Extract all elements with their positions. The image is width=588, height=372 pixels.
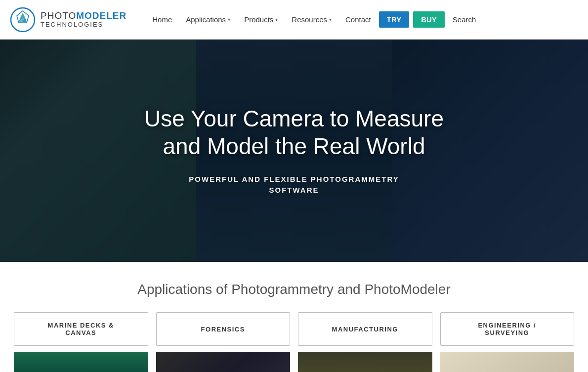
applications-title: Applications of Photogrammetry and Photo… [10, 282, 578, 297]
logo-icon [10, 7, 36, 33]
nav-contact[interactable]: Contact [339, 11, 377, 28]
engineering-label-button[interactable]: ENGINEERING /SURVEYING [440, 312, 575, 346]
hero-section: Use Your Camera to Measure and Model the… [0, 40, 588, 262]
app-card-manufacturing[interactable]: MANUFACTURING [294, 312, 436, 372]
applications-grid: MARINE DECKS &CANVAS FORENSICS MANUFACTU… [10, 312, 578, 372]
nav-products[interactable]: Products ▾ [238, 11, 284, 28]
nav-links: Home Applications ▾ Products ▾ Resources… [146, 11, 578, 28]
app-card-forensics[interactable]: FORENSICS [152, 312, 294, 372]
nav-resources[interactable]: Resources ▾ [286, 11, 337, 28]
applications-section: Applications of Photogrammetry and Photo… [0, 262, 588, 372]
nav-home[interactable]: Home [146, 11, 178, 28]
hero-content: Use Your Camera to Measure and Model the… [0, 40, 588, 262]
logo[interactable]: PHOTOMODELER TECHNOLOGIES [10, 7, 126, 33]
manufacturing-image [298, 352, 432, 372]
nav-applications[interactable]: Applications ▾ [180, 11, 236, 28]
navbar: PHOTOMODELER TECHNOLOGIES Home Applicati… [0, 0, 588, 40]
forensics-image [156, 352, 291, 372]
logo-text: PHOTOMODELER TECHNOLOGIES [41, 11, 126, 28]
try-button[interactable]: TRY [379, 11, 409, 28]
app-card-marine[interactable]: MARINE DECKS &CANVAS [10, 312, 152, 372]
hero-subtitle: POWERFUL AND FLEXIBLE PHOTOGRAMMETRYSOFT… [189, 174, 399, 196]
app-card-engineering[interactable]: ENGINEERING /SURVEYING R Revain [436, 312, 579, 372]
marine-image [14, 352, 148, 372]
marine-label-button[interactable]: MARINE DECKS &CANVAS [14, 312, 148, 346]
hero-title: Use Your Camera to Measure and Model the… [144, 105, 444, 160]
forensics-label-button[interactable]: FORENSICS [156, 312, 291, 346]
svg-marker-2 [21, 13, 25, 17]
resources-caret-icon: ▾ [329, 17, 332, 22]
manufacturing-label-button[interactable]: MANUFACTURING [298, 312, 432, 346]
products-caret-icon: ▾ [275, 17, 278, 22]
search-link[interactable]: Search [447, 11, 482, 28]
buy-button[interactable]: BUY [413, 11, 445, 28]
engineering-image: R Revain [440, 352, 575, 372]
applications-caret-icon: ▾ [228, 17, 230, 22]
